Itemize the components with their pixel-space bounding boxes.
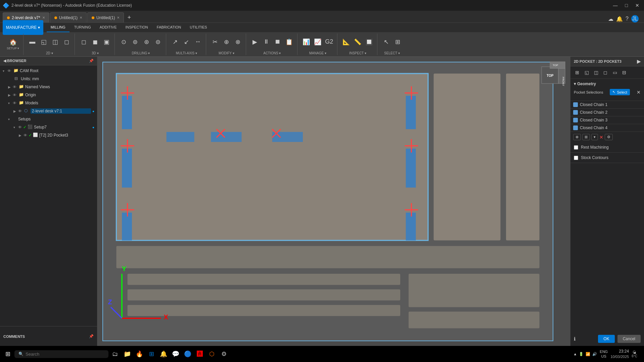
wifi-icon[interactable]: 📶 [586,352,590,356]
tab-close-icon[interactable]: ✕ [42,16,45,19]
taskbar-store-icon[interactable]: ⊞ [146,349,157,359]
ribbon-tab-additive[interactable]: ADDITIVE [96,23,121,32]
panel-icon-btn-4[interactable]: ◻ [601,68,609,76]
manage-btn-1[interactable]: 📊 [301,35,312,49]
tree-arrow-models[interactable]: ▾ [8,101,13,105]
multiaxis-btn-3[interactable]: ↔ [192,35,203,49]
modify-btn-3[interactable]: ⊗ [232,35,243,49]
ribbon-tab-milling[interactable]: MILLING [47,23,70,32]
language-display[interactable]: ENG US [600,349,608,359]
tree-eye-setup7[interactable]: 👁 [18,125,22,129]
chain-gear-btn[interactable]: ⚙ [605,134,613,140]
help-icon[interactable]: ? [626,16,629,22]
panel-icon-btn-5[interactable]: ▭ [611,68,619,76]
panel-icon-btn-3[interactable]: ◫ [592,68,600,76]
3d-btn-1[interactable]: ◻ [78,35,89,49]
tree-arrow-named-views[interactable]: ▶ [8,85,13,89]
chain-delete-btn[interactable]: ✕ [599,135,603,140]
chain-add-btn[interactable]: ⊕ [573,134,581,140]
taskbar-fusion-icon[interactable]: ⬡ [206,349,217,359]
tree-arrow-setups[interactable]: ▾ [8,117,13,121]
taskbar-app5-icon[interactable]: ⚙ [219,349,229,359]
chain-item-3[interactable]: Closed Chain 3 [570,116,644,124]
ribbon-tab-inspection[interactable]: INSPECTION [122,23,152,32]
tree-eye-named-views[interactable]: 👁 [13,85,16,89]
2d-btn-4[interactable]: ◻ [61,35,72,49]
manage-btn-3[interactable]: G2 [324,35,334,49]
geometry-section-title[interactable]: ▾ Geometry [574,82,641,86]
weather-display[interactable]: 🌤 6°C [632,350,637,358]
minimize-button[interactable]: — [611,2,620,9]
3d-btn-2[interactable]: ◼ [90,35,100,49]
start-button[interactable]: ⊞ [3,349,13,359]
actions-btn-4[interactable]: 📋 [284,35,294,49]
info-button[interactable]: ℹ [574,336,576,342]
manufacture-dropdown[interactable]: MANUFACTURE ▾ [3,20,43,35]
maximize-button[interactable]: □ [623,2,630,9]
rest-machining-checkbox[interactable] [574,145,578,150]
tree-item-units[interactable]: ⊟ Units: mm [0,75,97,83]
close-button[interactable]: ✕ [633,2,641,9]
tree-item-setups[interactable]: ▾ Setups [0,115,97,123]
tree-eye-cam-root[interactable]: 👁 [7,69,11,73]
chain-item-2[interactable]: Closed Chain 2 [570,109,644,116]
cancel-button[interactable]: Cancel [617,335,641,343]
tree-item-setup7[interactable]: ▾ 👁 ✓ ⬛ Setup7 ● [0,123,97,131]
tree-arrow-model[interactable]: ▶ [13,109,18,113]
panel-icon-btn-6[interactable]: ⊟ [620,68,628,76]
tree-item-named-views[interactable]: ▶ 👁 📁 Named Views [0,83,97,91]
tree-item-cam-root[interactable]: ▾ 👁 📁 CAM Root [0,67,97,75]
taskbar-explorer-icon[interactable]: 🗂 [110,349,121,359]
ribbon-tab-fabrication[interactable]: FABRICATION [153,23,185,32]
inspect-btn-1[interactable]: 📐 [341,35,352,49]
tree-eye-models[interactable]: 👁 [13,101,16,105]
3d-btn-3[interactable]: ▣ [101,35,112,49]
search-input[interactable] [26,352,93,357]
comments-pin-icon[interactable]: 📌 [89,334,94,339]
tree-eye-pocket3[interactable]: 👁 [24,133,27,137]
modify-btn-1[interactable]: ✂ [210,35,220,49]
select-btn-1[interactable]: ↖ [381,35,392,49]
drilling-btn-3[interactable]: ⊛ [141,35,152,49]
volume-icon[interactable]: 🔊 [592,352,597,356]
tree-arrow-setup7[interactable]: ▾ [13,125,18,129]
nav-cube[interactable]: TOP FRONT TOP [540,60,567,87]
taskbar-search[interactable]: 🔍 [14,350,108,358]
2d-btn-2[interactable]: ◱ [38,35,49,49]
select-button[interactable]: ↖ Select [610,89,630,95]
tree-arrow-origin[interactable]: ▶ [8,93,13,97]
manage-btn-2[interactable]: 📈 [312,35,323,49]
deselect-button[interactable]: ✕ [637,90,641,95]
battery-icon[interactable]: 🔋 [579,352,584,356]
multiaxis-btn-2[interactable]: ↙ [181,35,192,49]
chain-item-4[interactable]: Closed Chain 4 [570,124,644,132]
tab-untitled-2[interactable]: Untitled(1) ✕ [87,12,124,22]
panel-icon-btn-1[interactable]: ⊞ [573,68,581,76]
tree-item-models[interactable]: ▾ 👁 📁 Models [0,99,97,107]
actions-btn-3[interactable]: ⏹ [272,35,283,49]
account-icon[interactable]: JL [631,15,639,22]
taskbar-app4-icon[interactable]: 🅰 [194,349,205,359]
tab-close-icon[interactable]: ✕ [117,16,120,19]
ok-button[interactable]: OK [598,335,614,343]
multiaxis-btn-1[interactable]: ↗ [170,35,180,49]
new-tab-button[interactable]: + [125,13,134,22]
tree-eye-origin[interactable]: 👁 [13,93,16,97]
inspect-btn-3[interactable]: 🔲 [364,35,374,49]
ribbon-tab-utilities[interactable]: UTILITIES [186,23,211,32]
cloud-icon[interactable]: ☁ [608,16,613,22]
right-panel-expand-icon[interactable]: ▶ [637,59,641,64]
notifications-icon[interactable]: 🔔 [616,16,623,22]
modify-btn-2[interactable]: ⊕ [221,35,232,49]
tree-eye-model[interactable]: 👁 [18,109,22,113]
taskbar-app1-icon[interactable]: 🔔 [158,349,169,359]
browser-pin-icon[interactable]: 📌 [89,59,94,63]
tray-chevron-icon[interactable]: ▲ [573,352,577,356]
chain-settings-btn[interactable]: ▾ [591,134,598,140]
chain-item-1[interactable]: Closed Chain 1 [570,101,644,109]
tree-arrow-cam-root[interactable]: ▾ [3,69,7,73]
stock-contours-checkbox[interactable] [574,156,578,160]
inspect-btn-2[interactable]: 📏 [352,35,363,49]
ribbon-tab-turning[interactable]: TURNING [70,23,95,32]
viewport[interactable]: Y X Z TOP FRONT TOP [97,57,570,346]
